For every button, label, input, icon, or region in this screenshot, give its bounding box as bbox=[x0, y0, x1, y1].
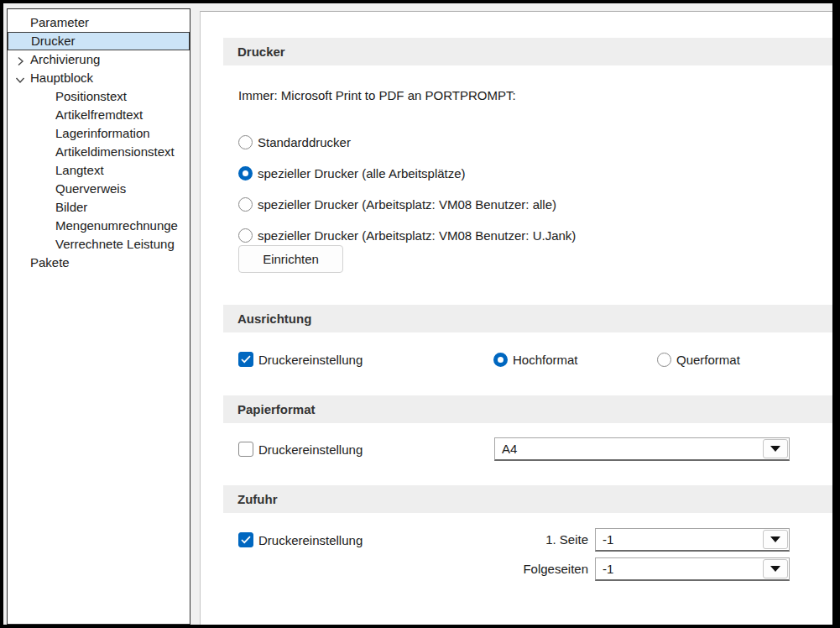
tree-item-label: Pakete bbox=[30, 255, 70, 270]
checkbox-checked-icon bbox=[238, 532, 253, 547]
druckereinstellung-checkbox-papierformat[interactable]: Druckereinstellung bbox=[238, 437, 363, 462]
tree-item-label: Bilder bbox=[55, 200, 87, 214]
radio-label: Querformat bbox=[676, 353, 740, 367]
tree-item-archivierung[interactable]: Archivierung bbox=[8, 50, 190, 69]
dropdown-value: -1 bbox=[603, 529, 613, 550]
section-header-ausrichtung: Ausrichtung bbox=[223, 305, 832, 332]
radio-icon bbox=[238, 197, 253, 212]
tree-item-label: Querverweis bbox=[55, 181, 126, 196]
tree-item-mengenumrechnungen[interactable]: Mengenumrechnunge bbox=[8, 217, 190, 235]
tree-item-querverweis[interactable]: Querverweis bbox=[8, 180, 190, 198]
tree-item-label: Verrechnete Leistung bbox=[55, 237, 175, 251]
printer-radio-group: Standarddrucker spezieller Drucker (alle… bbox=[238, 127, 576, 251]
erste-seite-dropdown[interactable]: -1 bbox=[595, 528, 790, 552]
chevron-right-icon[interactable] bbox=[14, 54, 26, 65]
section-title: Ausrichtung bbox=[237, 311, 311, 326]
tree-item-artikeldimensionstext[interactable]: Artikeldimensionstext bbox=[8, 143, 190, 161]
section-title: Papierformat bbox=[237, 402, 316, 416]
tree-item-label: Artikelfremdtext bbox=[55, 107, 143, 122]
triangle-down-icon bbox=[770, 446, 780, 452]
tree-item-label: Lagerinformation bbox=[55, 126, 150, 140]
settings-window: Parameter Drucker Archivierung Hauptbloc… bbox=[0, 0, 840, 628]
tree-item-lagerinformation[interactable]: Lagerinformation bbox=[8, 124, 190, 143]
tree-item-verrechnete-leistung[interactable]: Verrechnete Leistung bbox=[8, 235, 190, 254]
dropdown-arrow-button[interactable] bbox=[763, 530, 788, 549]
ausrichtung-row: Druckereinstellung Hochformat Querformat bbox=[201, 347, 832, 372]
window-body: Parameter Drucker Archivierung Hauptbloc… bbox=[3, 3, 832, 625]
section-header-zufuhr: Zufuhr bbox=[223, 485, 832, 513]
folgeseiten-dropdown[interactable]: -1 bbox=[595, 557, 790, 581]
erste-seite-label: 1. Seite bbox=[452, 528, 588, 552]
radio-icon bbox=[238, 135, 253, 149]
folgeseiten-label: Folgeseiten bbox=[452, 557, 588, 581]
radio-option-spezieller-drucker-alle[interactable]: spezieller Drucker (alle Arbeitsplätze) bbox=[238, 158, 576, 189]
section-title: Zufuhr bbox=[237, 492, 277, 506]
dropdown-value: A4 bbox=[502, 438, 517, 459]
tree-item-drucker[interactable]: Drucker bbox=[8, 32, 190, 50]
tree-item-label: Parameter bbox=[30, 15, 89, 29]
checkbox-label: Druckereinstellung bbox=[258, 442, 363, 457]
tree-item-label: Hauptblock bbox=[30, 71, 93, 85]
radio-option-hochformat[interactable]: Hochformat bbox=[493, 347, 578, 372]
section-header-papierformat: Papierformat bbox=[223, 395, 832, 423]
checkbox-checked-icon bbox=[238, 352, 253, 367]
tree-item-label: Langtext bbox=[55, 163, 104, 177]
tree-item-label: Drucker bbox=[31, 34, 76, 48]
radio-label: spezieller Drucker (Arbeitsplatz: VM08 B… bbox=[258, 197, 556, 212]
settings-panel: Drucker Immer: Microsoft Print to PDF an… bbox=[200, 11, 832, 625]
radio-selected-icon bbox=[493, 353, 508, 367]
tree-item-pakete[interactable]: Pakete bbox=[8, 254, 190, 272]
tree-item-artikelfremdtext[interactable]: Artikelfremdtext bbox=[8, 106, 190, 124]
parameter-tree-sidebar: Parameter Drucker Archivierung Hauptbloc… bbox=[7, 8, 190, 625]
einrichten-button[interactable]: Einrichten bbox=[238, 245, 343, 273]
dropdown-arrow-button[interactable] bbox=[763, 439, 788, 458]
tree-item-label: Artikeldimensionstext bbox=[55, 144, 175, 159]
radio-option-querformat[interactable]: Querformat bbox=[657, 347, 740, 372]
radio-label: Hochformat bbox=[513, 353, 578, 367]
chevron-down-icon[interactable] bbox=[14, 72, 26, 84]
checkbox-unchecked-icon bbox=[238, 442, 253, 457]
tree-item-hauptblock[interactable]: Hauptblock bbox=[8, 69, 190, 87]
tree-item-label: Archivierung bbox=[30, 52, 100, 66]
section-title: Drucker bbox=[237, 44, 285, 59]
radio-option-standarddrucker[interactable]: Standarddrucker bbox=[238, 127, 576, 158]
zufuhr-row-2: Folgeseiten -1 bbox=[201, 557, 832, 582]
radio-label: spezieller Drucker (alle Arbeitsplätze) bbox=[258, 166, 466, 181]
section-header-drucker: Drucker bbox=[223, 38, 832, 65]
papierformat-dropdown[interactable]: A4 bbox=[494, 437, 790, 461]
dropdown-value: -1 bbox=[603, 558, 613, 579]
radio-option-spezieller-drucker-vm08-alle[interactable]: spezieller Drucker (Arbeitsplatz: VM08 B… bbox=[238, 189, 576, 220]
checkbox-label: Druckereinstellung bbox=[258, 353, 363, 367]
radio-label: Standarddrucker bbox=[258, 135, 351, 149]
papierformat-row: Druckereinstellung A4 bbox=[201, 437, 832, 462]
tree-item-label: Mengenumrechnunge bbox=[55, 218, 178, 233]
tree-item-parameter[interactable]: Parameter bbox=[8, 13, 190, 32]
triangle-down-icon bbox=[770, 566, 780, 572]
radio-icon bbox=[238, 228, 253, 243]
tree-item-label: Positionstext bbox=[55, 89, 127, 103]
druckereinstellung-checkbox-ausrichtung[interactable]: Druckereinstellung bbox=[238, 347, 363, 372]
radio-selected-icon bbox=[238, 166, 253, 181]
dropdown-arrow-button[interactable] bbox=[763, 559, 788, 578]
radio-label: spezieller Drucker (Arbeitsplatz: VM08 B… bbox=[258, 228, 576, 243]
druckereinstellung-checkbox-zufuhr[interactable]: Druckereinstellung bbox=[238, 527, 363, 552]
triangle-down-icon bbox=[770, 536, 780, 542]
tree-item-bilder[interactable]: Bilder bbox=[8, 198, 190, 217]
printer-info-text: Immer: Microsoft Print to PDF an PORTPRO… bbox=[238, 88, 516, 102]
tree-item-positionstext[interactable]: Positionstext bbox=[8, 87, 190, 106]
zufuhr-row-1: Druckereinstellung 1. Seite -1 bbox=[201, 527, 832, 552]
tree-item-langtext[interactable]: Langtext bbox=[8, 161, 190, 180]
checkbox-label: Druckereinstellung bbox=[258, 533, 363, 547]
radio-icon bbox=[657, 353, 671, 367]
